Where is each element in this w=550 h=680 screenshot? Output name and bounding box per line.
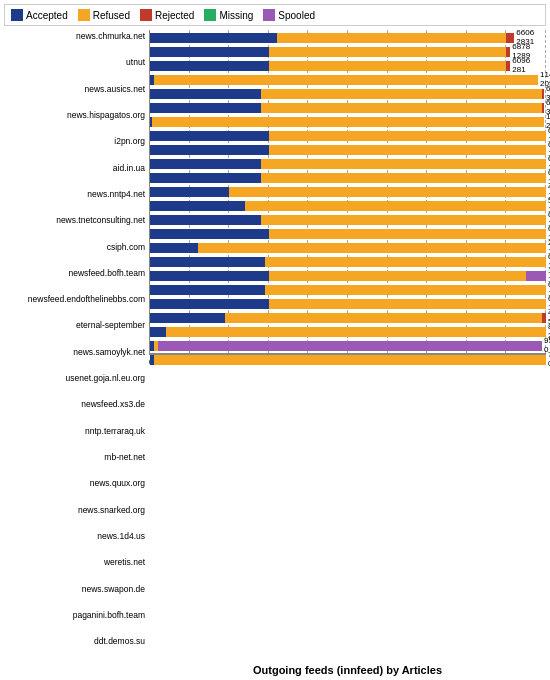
bar-segment-rejected (542, 313, 546, 323)
x-tick: 10% (182, 357, 199, 663)
bar-segment-accepted (150, 201, 245, 211)
bar-row: 43865 (150, 311, 546, 325)
bar-segment-accepted (150, 173, 261, 183)
x-tick: 20% (220, 357, 237, 663)
y-label: news.swapon.de (4, 585, 149, 594)
legend-item-missing: Missing (204, 9, 253, 21)
y-label: ddt.demos.su (4, 637, 149, 646)
x-tick: 50% (334, 357, 351, 663)
bar-segment-accepted (150, 229, 269, 239)
bar-segment-refused (261, 215, 546, 225)
bar-segment-accepted (150, 285, 265, 295)
y-label: newsfeed.xs3.de (4, 400, 149, 409)
x-tick: 70% (410, 357, 427, 663)
bar-row: 696616 (150, 297, 546, 311)
y-label: eternal-september (4, 321, 149, 330)
legend-item-spooled: Spooled (263, 9, 315, 21)
bar-row: 682318 (150, 227, 546, 241)
y-label: newsfeed.bofh.team (4, 269, 149, 278)
y-label: paganini.bofh.team (4, 611, 149, 620)
y-label: csiph.com (4, 243, 149, 252)
legend-label-refused: Refused (93, 10, 130, 21)
x-tick: 80% (448, 357, 465, 663)
bar-segment-accepted (150, 313, 225, 323)
legend-color-rejected (140, 9, 152, 21)
x-tick: 0% (149, 357, 161, 663)
y-label: news.chmurka.net (4, 32, 149, 41)
bar-row: 471918 (150, 185, 546, 199)
legend-label-accepted: Accepted (26, 10, 68, 21)
bar-rows: 6606283168781289609628111434209667939687… (150, 30, 546, 353)
bar-segment-refused (277, 33, 507, 43)
y-label: mb-net.net (4, 453, 149, 462)
bar-row: 685918 (150, 143, 546, 157)
bar-segment-spooled (158, 341, 542, 351)
bar-segment-refused (269, 145, 546, 155)
x-ticks: 0%10%20%30%40%50%60%70%80%90%100% (149, 354, 546, 663)
bar-segment-refused (261, 173, 546, 183)
bar-row: 1135121 (150, 115, 546, 129)
y-label: nntp.terraraq.uk (4, 427, 149, 436)
bar-segment-accepted (150, 47, 269, 57)
x-tick: 90% (486, 357, 503, 663)
bar-segment-refused (245, 201, 546, 211)
bar-segment-refused (269, 229, 546, 239)
bar-segment-refused (265, 285, 546, 295)
bar-row: 667939 (150, 87, 546, 101)
bar-segment-refused (229, 187, 546, 197)
legend-label-spooled: Spooled (278, 10, 315, 21)
bar-segment-refused (198, 243, 546, 253)
bar-segment-rejected (506, 47, 510, 57)
bar-segment-accepted (150, 299, 269, 309)
legend-color-refused (78, 9, 90, 21)
bar-segment-accepted (150, 327, 166, 337)
y-label: weretis.net (4, 558, 149, 567)
bar-row: 674018 (150, 255, 546, 269)
bar-segment-refused (269, 61, 507, 71)
bar-segment-rejected (506, 61, 510, 71)
x-tick: 30% (258, 357, 275, 663)
y-label: i2pn.org (4, 137, 149, 146)
bar-segment-refused (261, 89, 542, 99)
y-label: news.hispagatos.org (4, 111, 149, 120)
x-tick: 100% (524, 357, 546, 663)
x-tick: 40% (296, 357, 313, 663)
bar-row: 658918 (150, 213, 546, 227)
legend-color-spooled (263, 9, 275, 21)
bar-segment-accepted (150, 33, 277, 43)
y-label: news.nntp4.net (4, 190, 149, 199)
legend-item-rejected: Rejected (140, 9, 194, 21)
bar-row: 296618 (150, 241, 546, 255)
bar-row: 687831 (150, 101, 546, 115)
x-tick: 60% (372, 357, 389, 663)
bar-row: 1191217 (150, 269, 546, 283)
legend-color-accepted (11, 9, 23, 21)
bar-segment-refused (154, 75, 538, 85)
bar-segment-rejected (542, 89, 544, 99)
y-labels: news.chmurka.netutnutnews.ausics.netnews… (4, 30, 149, 676)
bar-row: 11434209 (150, 73, 546, 87)
bar-segment-refused (269, 299, 546, 309)
bar-row: 687818 (150, 129, 546, 143)
bar-segment-refused (152, 117, 544, 127)
bar-segment-refused (269, 131, 546, 141)
bar-segment-rejected (542, 103, 544, 113)
y-label: utnut (4, 58, 149, 67)
legend-color-missing (204, 9, 216, 21)
legend-label-missing: Missing (219, 10, 253, 21)
bar-row: 760 (150, 353, 546, 367)
bar-segment-refused (265, 257, 546, 267)
bar-row: 6096281 (150, 59, 546, 73)
bar-segment-refused (261, 103, 542, 113)
legend-label-rejected: Rejected (155, 10, 194, 21)
y-label: newsfeed.endofthelinebbs.com (4, 295, 149, 304)
bar-segment-refused (269, 47, 507, 57)
legend: AcceptedRefusedRejectedMissingSpooled (4, 4, 546, 26)
bar-segment-refused (154, 355, 546, 365)
y-label: news.snarked.org (4, 506, 149, 515)
bar-row: 657418 (150, 171, 546, 185)
bar-segment-accepted (150, 61, 269, 71)
y-label: usenet.goja.nl.eu.org (4, 374, 149, 383)
chart-container: AcceptedRefusedRejectedMissingSpooled ne… (0, 0, 550, 680)
bar-segment-accepted (150, 215, 261, 225)
